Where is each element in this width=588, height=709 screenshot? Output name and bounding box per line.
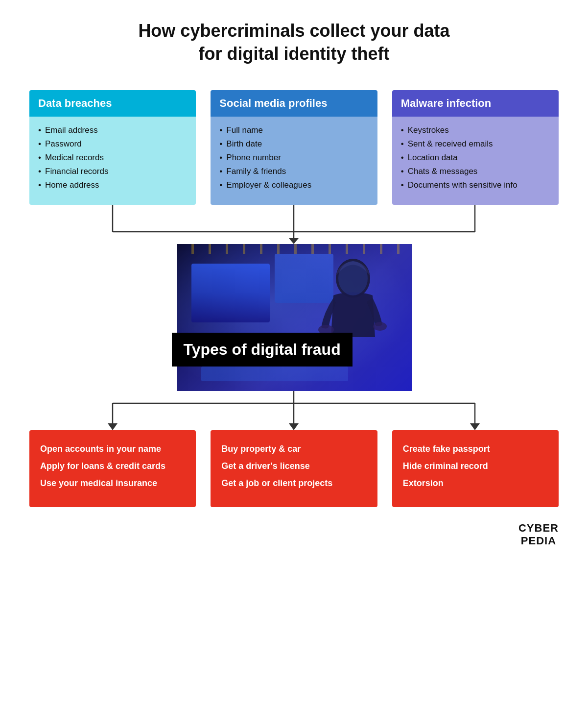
malware-list: Keystrokes Sent & received emails Locati… (401, 125, 550, 190)
data-breaches-box: Data breaches Email address Password Med… (29, 90, 196, 205)
social-media-header: Social media profiles (211, 90, 377, 117)
list-item: Full name (219, 125, 368, 135)
list-item: Family & friends (219, 167, 368, 176)
list-item: Financial records (38, 167, 187, 176)
financial-fraud-line2: Apply for loans & credit cards (40, 460, 185, 472)
list-item: Chats & messages (401, 167, 550, 176)
page-container: How cybercriminals collect your data for… (0, 0, 588, 577)
connector-top-svg (29, 205, 559, 244)
list-item: Phone number (219, 153, 368, 163)
main-title: How cybercriminals collect your data for… (138, 20, 449, 66)
center-image-wrapper: Types of digital fraud (177, 244, 412, 391)
data-breaches-header: Data breaches (29, 90, 196, 117)
connector-bottom-svg (29, 391, 559, 430)
keyboard-glow (201, 367, 348, 381)
financial-fraud-line1: Open accounts in your name (40, 443, 185, 455)
top-boxes-row: Data breaches Email address Password Med… (29, 90, 559, 205)
list-item: Email address (38, 125, 187, 135)
list-item: Password (38, 139, 187, 149)
svg-marker-5 (289, 238, 299, 244)
svg-point-9 (338, 261, 368, 295)
financial-fraud-box: Open accounts in your name Apply for loa… (29, 430, 196, 508)
fraud-label-text: Types of digital fraud (184, 341, 341, 358)
bottom-boxes-row: Open accounts in your name Apply for loa… (29, 430, 559, 508)
identity-fraud-line3: Get a job or client projects (221, 477, 366, 489)
monitor-glow-left (191, 264, 270, 322)
connector-top (29, 205, 559, 244)
cyberpedia-logo: CYBER PEDIA (518, 522, 559, 547)
svg-point-8 (373, 322, 387, 331)
social-media-list: Full name Birth date Phone number Family… (219, 125, 368, 190)
document-fraud-line2: Hide criminal record (403, 460, 548, 472)
svg-marker-17 (470, 423, 480, 430)
document-fraud-box: Create fake passport Hide criminal recor… (392, 430, 559, 508)
connector-bottom (29, 391, 559, 430)
list-item: Home address (38, 180, 187, 190)
list-item: Location data (401, 153, 550, 163)
list-item: Medical records (38, 153, 187, 163)
social-media-box: Social media profiles Full name Birth da… (211, 90, 377, 205)
social-media-body: Full name Birth date Phone number Family… (211, 117, 377, 205)
identity-fraud-line1: Buy property & car (221, 443, 366, 455)
data-breaches-list: Email address Password Medical records F… (38, 125, 187, 190)
document-fraud-line1: Create fake passport (403, 443, 548, 455)
ceiling-lights (177, 244, 412, 254)
hacker-image (177, 244, 412, 391)
fraud-label-box: Types of digital fraud (172, 333, 353, 367)
malware-box: Malware infection Keystrokes Sent & rece… (392, 90, 559, 205)
logo-pedia: PEDIA (518, 535, 559, 547)
malware-header: Malware infection (392, 90, 559, 117)
financial-fraud-line3: Use your medical insurance (40, 477, 185, 489)
list-item: Keystrokes (401, 125, 550, 135)
list-item: Employer & colleagues (219, 180, 368, 190)
malware-body: Keystrokes Sent & received emails Locati… (392, 117, 559, 205)
logo-wrapper: CYBER PEDIA (29, 522, 559, 547)
list-item: Birth date (219, 139, 368, 149)
center-section: Types of digital fraud (29, 244, 559, 391)
data-breaches-body: Email address Password Medical records F… (29, 117, 196, 205)
svg-marker-13 (108, 423, 118, 430)
logo-cyber: CYBER (518, 522, 559, 535)
document-fraud-line3: Extorsion (403, 477, 548, 489)
list-item: Documents with sensitive info (401, 180, 550, 190)
identity-fraud-line2: Get a driver's license (221, 460, 366, 472)
svg-marker-15 (289, 423, 299, 430)
list-item: Sent & received emails (401, 139, 550, 149)
identity-fraud-box: Buy property & car Get a driver's licens… (211, 430, 377, 508)
